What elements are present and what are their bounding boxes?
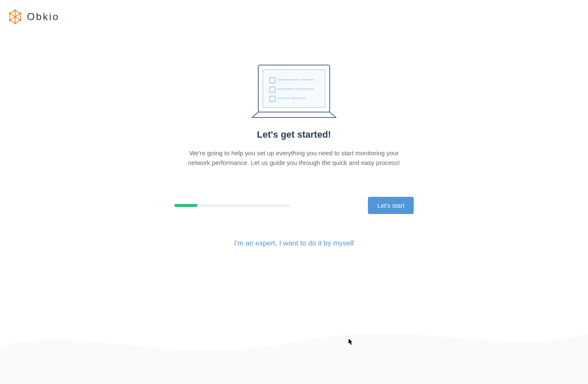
svg-rect-22 [295, 88, 314, 90]
svg-point-7 [14, 9, 16, 11]
svg-rect-24 [277, 97, 290, 99]
svg-rect-21 [277, 88, 294, 90]
laptop-checklist-icon [248, 63, 340, 122]
skip-expert-link[interactable]: I'm an expert, I want to do it by myself [234, 239, 354, 248]
logo-area: Obkio [8, 9, 60, 24]
svg-point-9 [19, 19, 21, 21]
svg-point-11 [9, 19, 11, 21]
svg-rect-18 [277, 79, 300, 81]
svg-point-12 [9, 13, 11, 15]
onboarding-panel: Let's get started! We're going to help y… [174, 63, 414, 248]
background-wave [0, 308, 588, 384]
onboarding-heading: Let's get started! [257, 129, 331, 140]
brand-logo-icon [8, 9, 23, 24]
svg-point-13 [14, 16, 16, 18]
svg-point-8 [19, 13, 21, 15]
lets-start-button[interactable]: Let's start [368, 197, 414, 214]
mouse-cursor-icon [349, 339, 354, 345]
svg-point-10 [14, 22, 16, 24]
onboarding-description: We're going to help you set up everythin… [185, 149, 403, 167]
onboarding-progress-bar [174, 204, 290, 207]
onboarding-progress-fill [174, 204, 197, 207]
brand-logo-text: Obkio [27, 11, 60, 23]
onboarding-action-row: Let's start [174, 197, 414, 214]
svg-rect-25 [291, 97, 306, 99]
svg-rect-19 [302, 79, 314, 81]
